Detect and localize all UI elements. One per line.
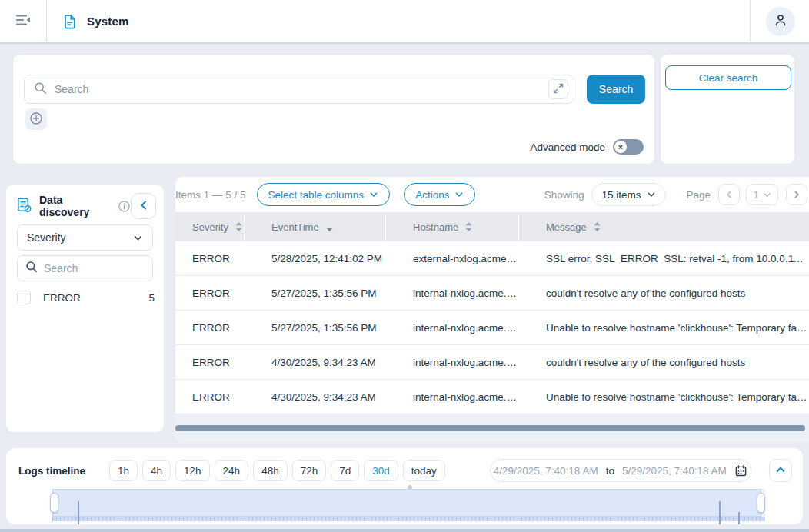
facet-row-error[interactable]: ERROR 5: [17, 291, 155, 304]
column-label: Message: [546, 221, 587, 233]
page-title: System: [87, 15, 129, 28]
search-icon: [34, 81, 47, 98]
column-label: Hostname: [413, 221, 458, 233]
sort-both-icon[interactable]: [594, 221, 601, 232]
page-number-dropdown[interactable]: 1: [746, 184, 778, 205]
range-button-12h[interactable]: 12h: [175, 460, 210, 481]
sort-desc-icon[interactable]: [326, 228, 333, 232]
search-panel: Search Advanced mode ×: [12, 54, 655, 165]
advanced-mode-toggle[interactable]: ×: [613, 139, 644, 155]
range-button-72h[interactable]: 72h: [292, 460, 327, 481]
timeline-brush-selection[interactable]: [52, 489, 761, 517]
app-root: System Search: [0, 0, 809, 532]
chevron-right-icon: [792, 190, 801, 199]
data-discovery-title: Data discovery: [39, 194, 112, 218]
field-selector-dropdown[interactable]: Severity: [17, 224, 153, 251]
timeline-spike: [78, 501, 79, 524]
table-toolbar: Items 1 — 5 / 5 Select table columns Act…: [175, 177, 809, 212]
brush-handle-right[interactable]: [757, 493, 765, 513]
advanced-mode-label: Advanced mode: [530, 141, 605, 153]
column-header-severity[interactable]: Severity: [175, 212, 245, 241]
cell-eventtime: 4/30/2025, 9:34:23 AM: [245, 391, 386, 403]
column-header-hostname[interactable]: Hostname: [386, 212, 519, 241]
clear-search-button[interactable]: Clear search: [665, 65, 791, 90]
expand-search-button[interactable]: [548, 79, 568, 99]
range-button-7d[interactable]: 7d: [331, 460, 359, 481]
range-button-4h[interactable]: 4h: [142, 460, 171, 481]
header-right: [750, 0, 809, 43]
showing-label: Showing: [544, 189, 584, 201]
advanced-mode-row: Advanced mode ×: [530, 139, 644, 155]
actions-label: Actions: [415, 189, 449, 201]
data-discovery-panel: Data discovery Severity ERROR 5: [6, 185, 164, 432]
cell-severity: ERROR: [175, 391, 245, 403]
chevron-left-icon: [138, 200, 149, 213]
sort-both-icon[interactable]: [235, 221, 242, 232]
cell-severity: ERROR: [175, 253, 245, 264]
date-to-value: 5/29/2025, 7:40:18 AM: [622, 465, 727, 477]
cell-message: couldn't resolve any of the configured h…: [519, 357, 809, 368]
info-icon[interactable]: [118, 200, 131, 213]
page-size-dropdown[interactable]: 15 items: [591, 183, 666, 206]
logs-timeline-panel: Logs timeline 1h 4h 12h 24h 48h 72h 7d 3…: [6, 448, 803, 524]
chevron-down-icon: [647, 190, 656, 199]
column-label: Severity: [192, 221, 228, 233]
cell-eventtime: 5/28/2025, 12:41:02 PM: [245, 253, 386, 264]
page-size-value: 15 items: [601, 189, 641, 201]
cell-severity: ERROR: [175, 288, 245, 299]
collapse-sidebar-button[interactable]: [131, 193, 156, 219]
facet-search-input[interactable]: [44, 262, 145, 274]
resize-dot-handle[interactable]: [408, 485, 412, 490]
table-row[interactable]: ERROR 4/30/2025, 9:34:23 AM internal-nxl…: [175, 380, 809, 414]
add-search-condition-button[interactable]: [25, 108, 47, 130]
select-table-columns-button[interactable]: Select table columns: [257, 183, 391, 206]
date-to-label: to: [606, 465, 614, 477]
search-icon: [25, 261, 38, 276]
chevron-up-icon: [775, 464, 786, 477]
field-selector-value: Severity: [27, 231, 66, 244]
sort-both-icon[interactable]: [465, 221, 472, 232]
facet-checkbox[interactable]: [17, 291, 31, 304]
timeline-spike: [719, 501, 721, 524]
cell-hostname: external-nxlog.acme.inc: [386, 253, 519, 264]
range-button-24h[interactable]: 24h: [215, 460, 249, 481]
cell-message: SSL error, SSL_ERROR_SSL: retval -1, fro…: [519, 253, 809, 264]
timeline-spikes: [53, 497, 761, 520]
menu-collapse-icon: [14, 11, 32, 32]
clear-search-panel: Clear search: [660, 54, 795, 165]
range-button-1h[interactable]: 1h: [109, 460, 138, 481]
cell-hostname: internal-nxlog.acme.inc: [386, 288, 519, 299]
date-range-picker[interactable]: 4/29/2025, 7:40:18 AM to 5/29/2025, 7:40…: [490, 459, 751, 482]
search-input-container: [24, 75, 574, 104]
cell-message: Unable to resolve hostname 'clickhouse':…: [519, 322, 809, 334]
chevron-down-icon: [369, 190, 378, 199]
user-avatar-button[interactable]: [766, 7, 795, 36]
search-button[interactable]: Search: [587, 75, 645, 104]
collapse-timeline-button[interactable]: [769, 459, 792, 482]
next-page-button[interactable]: [786, 184, 807, 205]
bottom-edge-strip: [0, 529, 809, 532]
table-row[interactable]: ERROR 4/30/2025, 9:34:23 AM internal-nxl…: [175, 345, 809, 380]
sidebar-toggle-button[interactable]: [12, 10, 35, 33]
column-header-eventtime[interactable]: EventTime: [245, 212, 386, 241]
table-row[interactable]: ERROR 5/27/2025, 1:35:56 PM internal-nxl…: [175, 311, 809, 345]
cell-eventtime: 5/27/2025, 1:35:56 PM: [245, 322, 386, 334]
table-header-row: Severity EventTime Hostname Message: [175, 212, 809, 241]
search-input[interactable]: [55, 83, 548, 95]
actions-button[interactable]: Actions: [404, 183, 475, 206]
select-table-columns-label: Select table columns: [268, 189, 365, 201]
facet-label: ERROR: [43, 292, 81, 304]
brush-handle-left[interactable]: [50, 493, 58, 513]
horizontal-scrollbar[interactable]: [175, 425, 805, 431]
page-label: Page: [686, 189, 711, 201]
column-header-message[interactable]: Message: [519, 212, 809, 241]
range-button-today[interactable]: today: [403, 460, 445, 481]
cell-severity: ERROR: [175, 357, 245, 368]
table-row[interactable]: ERROR 5/28/2025, 12:41:02 PM external-nx…: [175, 241, 809, 276]
previous-page-button[interactable]: [718, 184, 740, 205]
range-button-30d[interactable]: 30d: [364, 460, 398, 481]
table-row[interactable]: ERROR 5/27/2025, 1:35:56 PM internal-nxl…: [175, 276, 809, 311]
horizontal-scroll-area: [175, 414, 809, 442]
range-button-48h[interactable]: 48h: [253, 460, 288, 481]
cell-eventtime: 5/27/2025, 1:35:56 PM: [245, 288, 386, 299]
